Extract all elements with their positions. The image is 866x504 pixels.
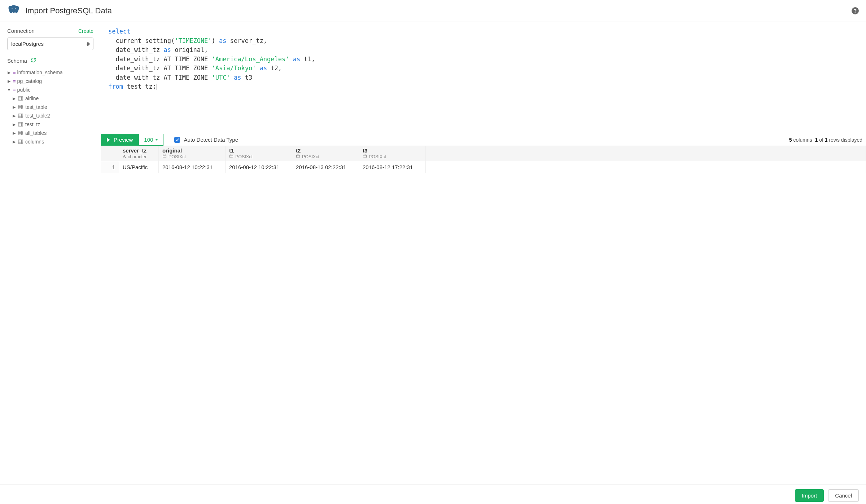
caret-right-icon: ▶ xyxy=(12,96,16,101)
tree-item-label: information_schema xyxy=(17,70,63,75)
cell-t2: 2016-08-13 02:22:31 xyxy=(292,161,359,173)
column-type: POSIXct xyxy=(296,154,355,159)
results-table: server_tzAcharacteroriginalPOSIXctt1POSI… xyxy=(101,146,866,173)
column-type: POSIXct xyxy=(229,154,288,159)
preview-button[interactable]: Preview xyxy=(101,134,139,146)
row-number: 1 xyxy=(101,161,119,173)
connection-label: Connection xyxy=(7,28,35,34)
cell-original: 2016-08-12 10:22:31 xyxy=(159,161,226,173)
tree-item-label: airline xyxy=(25,96,39,101)
tree-item-all-tables[interactable]: ▶all_tables xyxy=(7,129,93,137)
connection-select[interactable]: localPostgres xyxy=(7,37,93,50)
column-name: t3 xyxy=(363,147,422,154)
tree-item-label: columns xyxy=(25,139,44,145)
tree-item-label: test_table xyxy=(25,104,47,110)
svg-rect-14 xyxy=(18,114,23,118)
caret-right-icon: ▶ xyxy=(12,114,16,118)
table-icon xyxy=(18,96,23,101)
preview-toolbar: Preview 100 Auto Detect Data Type 5 colu… xyxy=(101,134,866,146)
column-header-t1[interactable]: t1POSIXct xyxy=(226,146,292,161)
schema-section: Schema xyxy=(7,57,93,64)
auto-detect-option[interactable]: Auto Detect Data Type xyxy=(174,137,238,143)
table-icon xyxy=(18,131,23,135)
tree-item-label: test_tz xyxy=(25,121,40,127)
caret-down-icon: ▼ xyxy=(7,88,11,92)
dialog-header: Import PostgreSQL Data ? xyxy=(0,0,866,22)
column-type: POSIXct xyxy=(162,154,222,159)
preview-label: Preview xyxy=(114,137,133,143)
column-header-server_tz[interactable]: server_tzAcharacter xyxy=(119,146,159,161)
column-type: POSIXct xyxy=(363,154,422,159)
result-summary: 5 columns 1 of 1 rows displayed xyxy=(789,137,866,143)
table-icon xyxy=(18,114,23,118)
table-row[interactable]: 1US/Pacific2016-08-12 10:22:312016-08-12… xyxy=(101,161,866,173)
import-button[interactable]: Import xyxy=(795,489,824,502)
svg-rect-38 xyxy=(230,155,233,158)
tree-item-test-table[interactable]: ▶test_table xyxy=(7,103,93,111)
svg-rect-19 xyxy=(18,123,23,126)
caret-right-icon: ▶ xyxy=(12,140,16,144)
column-header-t3[interactable]: t3POSIXct xyxy=(359,146,426,161)
caret-right-icon: ▶ xyxy=(7,70,11,75)
svg-rect-4 xyxy=(18,97,23,100)
cell-server_tz: US/Pacific xyxy=(119,161,159,173)
tree-item-label: public xyxy=(17,87,31,93)
cell-empty xyxy=(426,161,866,173)
caret-right-icon: ▶ xyxy=(7,79,11,84)
connection-value: localPostgres xyxy=(11,41,44,47)
tree-item-columns[interactable]: ▶columns xyxy=(7,137,93,146)
auto-detect-label: Auto Detect Data Type xyxy=(184,137,238,143)
row-number-header xyxy=(101,146,119,161)
sidebar: Connection Create localPostgres ▲▼ Schem… xyxy=(0,22,101,485)
column-header-t2[interactable]: t2POSIXct xyxy=(292,146,359,161)
column-header-original[interactable]: originalPOSIXct xyxy=(159,146,226,161)
tree-item-airline[interactable]: ▶airline xyxy=(7,94,93,103)
row-limit-dropdown[interactable]: 100 xyxy=(139,134,163,146)
table-icon xyxy=(18,122,23,127)
column-name: t2 xyxy=(296,147,355,154)
chevron-down-icon xyxy=(155,139,158,141)
header-left: Import PostgreSQL Data xyxy=(7,4,112,17)
sql-editor[interactable]: select current_setting('TIMEZONE') as se… xyxy=(101,22,866,134)
svg-rect-9 xyxy=(18,105,23,109)
tree-item-test-table2[interactable]: ▶test_table2 xyxy=(7,111,93,120)
tree-item-test-tz[interactable]: ▶test_tz xyxy=(7,120,93,129)
cell-t1: 2016-08-12 10:22:31 xyxy=(226,161,292,173)
create-connection-link[interactable]: Create xyxy=(78,28,93,34)
auto-detect-checkbox[interactable] xyxy=(174,137,180,143)
schema-icon: ≡ xyxy=(13,70,15,75)
tree-item-information-schema[interactable]: ▶≡information_schema xyxy=(7,68,93,77)
svg-rect-46 xyxy=(363,155,367,158)
caret-right-icon: ▶ xyxy=(12,131,16,136)
column-type: Acharacter xyxy=(123,154,155,159)
caret-right-icon: ▶ xyxy=(12,122,16,127)
play-icon xyxy=(107,138,110,142)
select-caret-icon: ▲▼ xyxy=(86,42,90,46)
postgresql-icon xyxy=(7,4,20,17)
tree-item-public[interactable]: ▼≡public xyxy=(7,85,93,94)
column-name: server_tz xyxy=(123,147,155,154)
help-icon[interactable]: ? xyxy=(852,7,859,14)
svg-rect-29 xyxy=(18,140,23,143)
tree-item-label: pg_catalog xyxy=(17,78,42,84)
svg-point-2 xyxy=(12,9,12,9)
row-limit-value: 100 xyxy=(144,137,153,143)
svg-rect-24 xyxy=(18,131,23,135)
svg-point-3 xyxy=(15,9,16,9)
cancel-button[interactable]: Cancel xyxy=(828,489,859,502)
schema-icon: ≡ xyxy=(13,87,15,93)
connection-section: Connection Create xyxy=(7,28,93,34)
tree-item-label: all_tables xyxy=(25,130,47,136)
schema-label: Schema xyxy=(7,58,27,64)
caret-right-icon: ▶ xyxy=(12,105,16,110)
tree-item-label: test_table2 xyxy=(25,113,50,119)
results-body: 1US/Pacific2016-08-12 10:22:312016-08-12… xyxy=(101,161,866,173)
refresh-icon[interactable] xyxy=(31,57,36,64)
results-header-row: server_tzAcharacteroriginalPOSIXctt1POSI… xyxy=(101,146,866,161)
tree-item-pg-catalog[interactable]: ▶≡pg_catalog xyxy=(7,77,93,85)
column-header-empty xyxy=(426,146,866,161)
svg-rect-42 xyxy=(297,155,300,158)
page-title: Import PostgreSQL Data xyxy=(25,6,112,16)
dialog-footer: Import Cancel xyxy=(0,485,866,504)
table-icon xyxy=(18,105,23,109)
